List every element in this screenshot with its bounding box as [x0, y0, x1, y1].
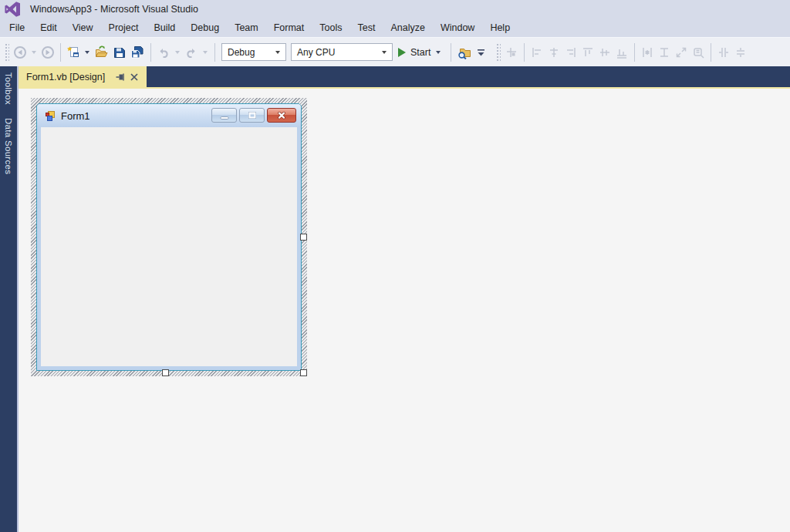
menu-view[interactable]: View [65, 19, 101, 36]
standard-toolbar: Debug Any CPU Start [0, 37, 790, 66]
undo-icon[interactable] [155, 42, 172, 62]
form-client-area[interactable] [41, 127, 297, 366]
close-icon[interactable] [267, 108, 296, 123]
open-file-icon[interactable] [93, 42, 111, 62]
left-dock-strip: Toolbox Data Sources [0, 66, 19, 532]
menu-edit[interactable]: Edit [32, 19, 65, 36]
align-tops-icon[interactable] [579, 43, 596, 62]
make-same-size-icon[interactable] [673, 43, 690, 62]
make-same-height-icon[interactable] [656, 43, 673, 62]
menu-build[interactable]: Build [146, 19, 183, 36]
platform-value: Any CPU [297, 47, 335, 58]
pin-icon[interactable] [114, 71, 127, 83]
solution-configuration-dropdown[interactable]: Debug [221, 43, 286, 61]
toolbar-separator [451, 43, 451, 62]
tab-form1-design[interactable]: Form1.vb [Design] [19, 66, 147, 87]
start-label: Start [410, 47, 430, 58]
close-icon[interactable] [128, 71, 140, 83]
toolbar-separator [150, 43, 151, 62]
resize-handle-bottom-right[interactable] [300, 369, 307, 376]
solution-platform-dropdown[interactable]: Any CPU [291, 43, 393, 61]
menu-tools[interactable]: Tools [312, 19, 349, 36]
toolbar-separator [60, 43, 61, 62]
start-debugging-button[interactable]: Start [395, 42, 447, 62]
resize-handle-bottom[interactable] [162, 369, 169, 376]
chevron-down-icon [275, 51, 280, 54]
menu-bar: File Edit View Project Build Debug Team … [0, 18, 790, 37]
new-project-dropdown-icon[interactable] [85, 51, 89, 54]
redo-icon[interactable] [183, 42, 200, 62]
main-area: Toolbox Data Sources Form1.vb [Design] [0, 66, 790, 532]
form-title: Form1 [61, 110, 90, 122]
toolbar-separator [634, 43, 635, 62]
align-middles-icon[interactable] [596, 43, 613, 62]
window-titlebar: WindowsApp3 - Microsoft Visual Studio [0, 0, 790, 18]
menu-team[interactable]: Team [227, 19, 266, 36]
align-centers-icon[interactable] [545, 43, 562, 62]
size-to-grid-icon[interactable] [690, 43, 707, 62]
form-icon [44, 109, 56, 122]
align-lefts-icon[interactable] [528, 43, 545, 62]
align-to-grid-icon[interactable] [503, 43, 520, 62]
layout-toolbar-grip[interactable] [495, 42, 501, 62]
make-same-width-icon[interactable] [639, 43, 656, 62]
configuration-value: Debug [228, 47, 255, 58]
align-rights-icon[interactable] [562, 43, 579, 62]
back-icon[interactable] [12, 42, 29, 62]
maximize-icon[interactable] [239, 108, 265, 123]
toolbar-grip[interactable] [4, 42, 9, 62]
save-all-icon[interactable] [128, 42, 147, 62]
designer-surface: Form1 [19, 89, 790, 532]
form-caption-buttons [211, 108, 296, 123]
menu-format[interactable]: Format [266, 19, 312, 36]
undo-dropdown-icon[interactable] [175, 51, 180, 54]
align-bottoms-icon[interactable] [613, 43, 630, 62]
save-icon[interactable] [111, 42, 128, 62]
new-project-icon[interactable] [65, 42, 82, 62]
form-titlebar: Form1 [37, 104, 301, 127]
toolbar-separator [711, 43, 711, 62]
vertical-spacing-icon[interactable] [732, 43, 749, 62]
sidebar-item-data-sources[interactable]: Data Sources [4, 118, 13, 174]
menu-project[interactable]: Project [101, 19, 147, 36]
menu-help[interactable]: Help [482, 19, 518, 36]
toolbar-separator [214, 43, 215, 62]
toolbar-separator [524, 43, 525, 62]
form-selection-border[interactable]: Form1 [31, 98, 307, 376]
visual-studio-logo-icon [2, 1, 22, 18]
menu-window[interactable]: Window [433, 19, 482, 36]
play-icon [398, 48, 406, 57]
horizontal-spacing-icon[interactable] [715, 43, 732, 62]
window-title: WindowsApp3 - Microsoft Visual Studio [30, 4, 198, 15]
solution-explorer-search-icon[interactable] [455, 42, 474, 62]
forward-icon[interactable] [39, 42, 56, 62]
minimize-icon[interactable] [211, 108, 237, 123]
menu-debug[interactable]: Debug [183, 19, 227, 36]
chevron-down-icon [382, 51, 387, 54]
document-tab-strip: Form1.vb [Design] [19, 66, 790, 89]
back-dropdown-icon[interactable] [32, 51, 36, 54]
form-designer-window[interactable]: Form1 [36, 103, 302, 371]
sidebar-item-toolbox[interactable]: Toolbox [4, 72, 13, 105]
tab-label: Form1.vb [Design] [26, 72, 105, 82]
resize-handle-right[interactable] [300, 234, 307, 241]
menu-file[interactable]: File [2, 19, 32, 36]
start-dropdown-icon [436, 51, 441, 54]
redo-dropdown-icon[interactable] [203, 51, 208, 54]
menu-analyze[interactable]: Analyze [383, 19, 432, 36]
toolbar-overflow-icon[interactable] [474, 42, 489, 62]
menu-test[interactable]: Test [349, 19, 383, 36]
